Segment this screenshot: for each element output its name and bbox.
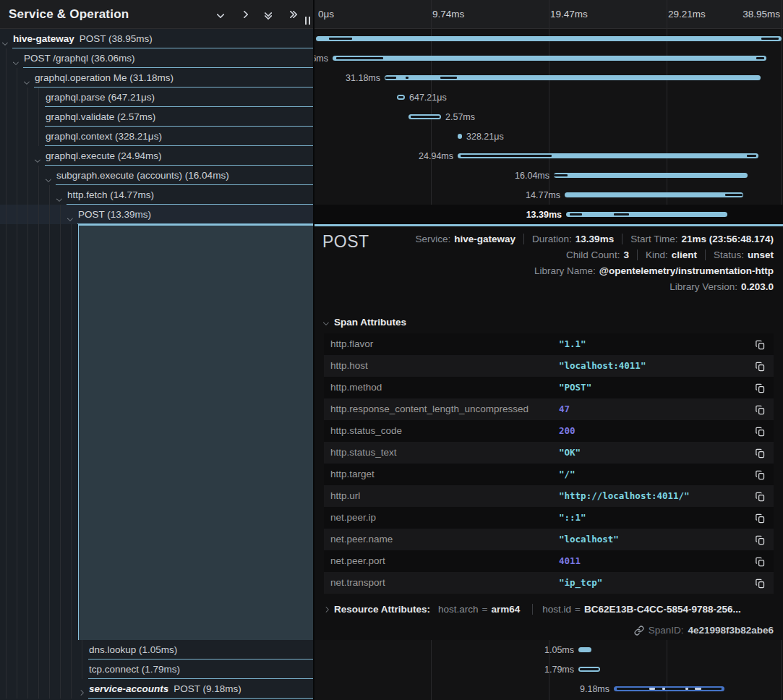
copy-icon[interactable] <box>754 447 766 459</box>
chevron-down-icon[interactable] <box>46 171 56 182</box>
timeline-row[interactable]: 31.18ms <box>315 68 783 88</box>
span-tree-row[interactable]: graphql.parse (647.21μs) <box>0 88 314 107</box>
span-bar[interactable] <box>458 153 758 158</box>
span-tree-row[interactable]: graphql.execute (24.94ms) <box>0 146 314 166</box>
copy-icon[interactable] <box>754 360 766 372</box>
indent-guide <box>38 88 39 107</box>
indent-guide <box>27 146 28 166</box>
operation-name: POST /graphql (36.06ms) <box>24 53 135 64</box>
column-resize-divider[interactable] <box>313 0 315 700</box>
chevron-down-icon[interactable] <box>57 191 67 201</box>
expand-all-icon[interactable] <box>286 9 298 20</box>
span-tree-row[interactable]: graphql.context (328.21μs) <box>0 127 314 146</box>
attribute-row: http.method"POST" <box>324 377 774 398</box>
span-tree-row[interactable]: POST (13.39ms) <box>0 205 314 224</box>
copy-icon[interactable] <box>754 404 766 416</box>
chevron-down-icon[interactable] <box>3 35 13 45</box>
child-span-marker <box>406 77 408 79</box>
span-id-row: SpanID: 4e21998f3b82abe6 <box>634 625 774 636</box>
chevron-down-icon[interactable] <box>25 74 35 84</box>
span-bar[interactable] <box>333 56 766 61</box>
span-attributes-title: Span Attributes <box>334 317 406 328</box>
child-span-marker <box>756 57 764 59</box>
timeline-row[interactable]: 16.04ms <box>315 166 783 185</box>
indent-guide <box>71 640 72 660</box>
span-attributes-header[interactable]: Span Attributes <box>324 317 406 328</box>
drag-handle-icon[interactable] <box>305 17 310 25</box>
operation-name: http.fetch (14.77ms) <box>67 189 154 200</box>
timeline-row[interactable]: 13.39ms <box>315 205 783 224</box>
attribute-key: http.url <box>330 485 360 507</box>
indent-guide <box>60 224 61 640</box>
child-span-marker <box>385 77 396 79</box>
copy-icon[interactable] <box>754 490 766 503</box>
span-tree-row[interactable]: POST /graphql (36.06ms) <box>0 48 314 68</box>
copy-icon[interactable] <box>754 534 766 546</box>
chevron-down-icon[interactable] <box>35 152 46 162</box>
collapse-all-icon[interactable] <box>262 9 274 20</box>
span-tree-row[interactable]: service-accountsPOST (9.18ms) <box>0 679 314 699</box>
timeline-row[interactable]: 1.05ms <box>315 640 783 660</box>
timeline-row[interactable]: 328.21μs <box>315 127 783 146</box>
collapse-one-icon[interactable] <box>215 9 226 20</box>
attribute-row: http.target"/" <box>324 464 774 485</box>
copy-icon[interactable] <box>754 555 766 568</box>
span-tree-row[interactable]: dns.lookup (1.05ms) <box>0 640 314 660</box>
span-tree-row[interactable]: graphql.validate (2.57ms) <box>0 107 314 127</box>
span-bar[interactable] <box>408 114 441 119</box>
span-bar[interactable] <box>566 212 727 217</box>
span-bar[interactable] <box>385 75 761 80</box>
link-icon[interactable] <box>634 626 644 636</box>
span-bar[interactable] <box>397 95 405 100</box>
copy-icon[interactable] <box>754 512 766 524</box>
indent-guide <box>17 88 17 107</box>
meta-value: 21ms (23:56:48.174) <box>681 234 774 244</box>
span-bar[interactable] <box>316 36 782 41</box>
timeline-row[interactable]: 647.21μs <box>315 88 783 107</box>
span-tree-row[interactable]: hive-gatewayPOST (38.95ms) <box>0 29 314 48</box>
timeline-tick-label: 38.95ms <box>743 9 780 20</box>
span-bar[interactable] <box>565 192 743 197</box>
duration-label: 14.77ms <box>526 190 560 200</box>
span-bar[interactable] <box>578 667 600 672</box>
span-tree-row[interactable]: graphql.operation Me (31.18ms) <box>0 68 314 88</box>
duration-label: 16.04ms <box>515 171 549 181</box>
timeline-row[interactable]: 1.79ms <box>315 660 783 679</box>
timeline-row[interactable]: 9.18ms <box>315 679 783 699</box>
span-bar[interactable] <box>614 686 724 691</box>
chevron-down-icon[interactable] <box>14 54 24 64</box>
span-bar[interactable] <box>554 173 748 178</box>
chevron-down-icon[interactable] <box>68 210 78 221</box>
indent-guide <box>6 166 7 185</box>
span-tree-row[interactable]: http.fetch (14.77ms) <box>0 185 314 205</box>
copy-icon[interactable] <box>754 469 766 481</box>
attribute-row: http.host"localhost:4011" <box>324 355 774 377</box>
detail-meta-item: Child Count:3 <box>566 249 629 260</box>
indent-guide <box>17 107 17 127</box>
timeline-row[interactable]: 2.57ms <box>315 107 783 127</box>
timeline-row[interactable]: 24.94ms <box>315 146 783 166</box>
span-tree-row[interactable]: subgraph.execute (accounts) (16.04ms) <box>0 166 314 185</box>
attribute-row: net.transport"ip_tcp" <box>324 572 774 594</box>
timeline-row[interactable]: 36.06ms <box>315 48 783 68</box>
attribute-value: "ip_tcp" <box>559 572 602 594</box>
span-bar[interactable] <box>578 647 591 652</box>
indent-guide <box>6 88 7 107</box>
copy-icon[interactable] <box>754 577 766 589</box>
indent-guide <box>49 224 50 640</box>
copy-icon[interactable] <box>754 382 766 394</box>
copy-icon[interactable] <box>754 425 766 438</box>
span-bar[interactable] <box>458 134 462 139</box>
resource-attributes-row[interactable]: Resource Attributes:host.arch=arm64host.… <box>324 604 741 615</box>
meta-label: Child Count: <box>566 249 620 260</box>
span-tree-row[interactable]: tcp.connect (1.79ms) <box>0 660 314 679</box>
indent-guide <box>38 166 39 185</box>
chevron-right-icon[interactable] <box>79 685 89 695</box>
timeline-row[interactable]: 14.77ms <box>315 185 783 205</box>
meta-label: Library Version: <box>669 281 737 292</box>
timeline-row[interactable]: 38.95ms <box>315 29 783 48</box>
resource-attributes-title: Resource Attributes: <box>334 604 430 615</box>
expand-one-icon[interactable] <box>239 9 250 20</box>
copy-icon[interactable] <box>754 338 766 351</box>
attribute-key: net.transport <box>330 572 385 594</box>
